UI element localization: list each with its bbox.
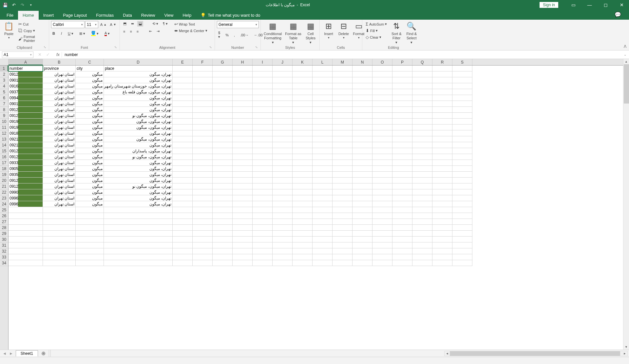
cell-Q13[interactable] [412, 136, 432, 142]
cell-A21[interactable]: 0912 [9, 183, 43, 189]
col-header-H[interactable]: H [233, 59, 253, 65]
cell-D14[interactable]: تهران، میگون [104, 142, 173, 148]
cell-E22[interactable] [173, 189, 193, 195]
col-header-C[interactable]: C [76, 59, 104, 65]
cell-I24[interactable] [253, 201, 273, 207]
horizontal-scrollbar[interactable]: ◄ ► [444, 351, 628, 356]
cell-H31[interactable] [233, 242, 253, 248]
cell-C18[interactable]: میگون [76, 166, 104, 172]
cell-G5[interactable] [213, 89, 233, 95]
cell-R24[interactable] [432, 201, 452, 207]
cell-A33[interactable] [9, 254, 43, 260]
cell-E14[interactable] [173, 142, 193, 148]
cell-M21[interactable] [333, 183, 353, 189]
cell-M1[interactable] [333, 66, 353, 71]
cell-N5[interactable] [353, 89, 372, 95]
cell-I8[interactable] [253, 107, 273, 113]
cell-G7[interactable] [213, 101, 233, 107]
cell-H5[interactable] [233, 89, 253, 95]
cell-Q31[interactable] [412, 242, 432, 248]
cell-N10[interactable] [353, 119, 372, 125]
cell-O24[interactable] [372, 201, 392, 207]
sheet-tab-sheet1[interactable]: Sheet1 [16, 350, 38, 356]
cell-C8[interactable]: میگون [76, 107, 104, 113]
cell-F4[interactable] [193, 83, 213, 89]
cell-H10[interactable] [233, 119, 253, 125]
cell-G2[interactable] [213, 71, 233, 77]
cell-N2[interactable] [353, 71, 372, 77]
cell-J7[interactable] [273, 101, 293, 107]
row-header-15[interactable]: 15 [0, 148, 8, 154]
cell-C4[interactable]: میگون [76, 83, 104, 89]
cell-P10[interactable] [392, 119, 412, 125]
cell-O23[interactable] [372, 195, 392, 201]
cell-L1[interactable] [313, 66, 333, 71]
cell-H21[interactable] [233, 183, 253, 189]
cell-I23[interactable] [253, 195, 273, 201]
cell-O19[interactable] [372, 172, 392, 178]
cell-D29[interactable] [104, 231, 173, 237]
select-all-corner[interactable] [0, 59, 9, 66]
cell-M22[interactable] [333, 189, 353, 195]
cell-P34[interactable] [392, 260, 412, 266]
cell-S14[interactable] [452, 142, 472, 148]
cell-F20[interactable] [193, 178, 213, 183]
cell-M7[interactable] [333, 101, 353, 107]
cell-E24[interactable] [173, 201, 193, 207]
cell-B6[interactable]: استان تهران [43, 95, 76, 101]
row-header-5[interactable]: 5 [0, 89, 8, 95]
cell-J2[interactable] [273, 71, 293, 77]
cell-M5[interactable] [333, 89, 353, 95]
cell-F23[interactable] [193, 195, 213, 201]
cell-P21[interactable] [392, 183, 412, 189]
align-bottom-button[interactable]: ⬓ [137, 21, 143, 27]
cell-S10[interactable] [452, 119, 472, 125]
cell-M12[interactable] [333, 130, 353, 136]
cell-A7[interactable]: 0901 [9, 101, 43, 107]
cell-P22[interactable] [392, 189, 412, 195]
find-select-button[interactable]: 🔍Find & Select ▾ [405, 21, 418, 45]
cell-D2[interactable]: تهران، میگون [104, 71, 173, 77]
cell-O17[interactable] [372, 160, 392, 166]
cell-A15[interactable]: 0912 [9, 148, 43, 154]
cell-J28[interactable] [273, 225, 293, 231]
ribbon-display-icon[interactable]: ▭ [566, 0, 581, 10]
cell-S23[interactable] [452, 195, 472, 201]
cell-P25[interactable] [392, 207, 412, 213]
row-header-6[interactable]: 6 [0, 95, 8, 101]
cell-J3[interactable] [273, 77, 293, 83]
cell-B16[interactable]: استان تهران [43, 154, 76, 160]
cell-S21[interactable] [452, 183, 472, 189]
row-header-14[interactable]: 14 [0, 142, 8, 148]
cell-F9[interactable] [193, 113, 213, 119]
cell-F29[interactable] [193, 231, 213, 237]
close-button[interactable]: ✕ [614, 0, 629, 10]
cell-A9[interactable]: 0912 [9, 113, 43, 119]
cell-E26[interactable] [173, 213, 193, 219]
cell-A25[interactable] [9, 207, 43, 213]
col-header-M[interactable]: M [333, 59, 353, 65]
row-header-1[interactable]: 1 [0, 66, 8, 71]
cell-E12[interactable] [173, 130, 193, 136]
underline-button[interactable]: U ▾ [67, 31, 75, 36]
cell-E18[interactable] [173, 166, 193, 172]
cell-N30[interactable] [353, 237, 372, 242]
cell-C27[interactable] [76, 219, 104, 225]
cell-C28[interactable] [76, 225, 104, 231]
cell-I34[interactable] [253, 260, 273, 266]
cell-Q4[interactable] [412, 83, 432, 89]
cell-G3[interactable] [213, 77, 233, 83]
cell-E3[interactable] [173, 77, 193, 83]
bold-button[interactable]: B [51, 31, 56, 36]
cell-S5[interactable] [452, 89, 472, 95]
cell-Q20[interactable] [412, 178, 432, 183]
cell-D22[interactable]: تهران، میگون [104, 189, 173, 195]
comments-button[interactable]: 💬 [611, 10, 625, 20]
row-header-16[interactable]: 16 [0, 154, 8, 160]
cell-N3[interactable] [353, 77, 372, 83]
cell-O11[interactable] [372, 125, 392, 130]
cell-R1[interactable] [432, 66, 452, 71]
cell-R5[interactable] [432, 89, 452, 95]
cell-B9[interactable]: استان تهران [43, 113, 76, 119]
cell-M18[interactable] [333, 166, 353, 172]
